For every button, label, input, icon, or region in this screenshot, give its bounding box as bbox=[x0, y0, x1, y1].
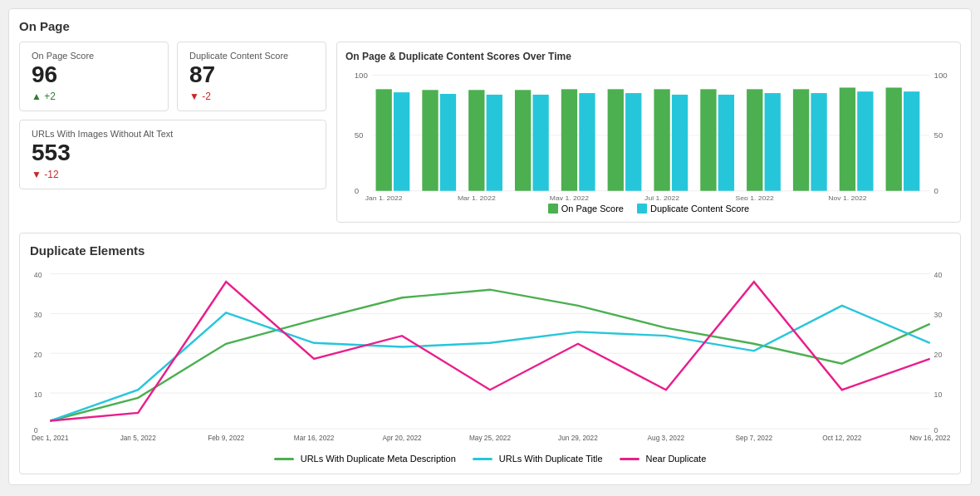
legend-dup-title: URLs With Duplicate Title bbox=[473, 454, 603, 464]
score-row-top: On Page Score 96 ▲ +2 Duplicate Content … bbox=[19, 42, 326, 111]
on-page-score-label: On Page Score bbox=[32, 51, 156, 61]
svg-text:0: 0 bbox=[934, 188, 938, 195]
svg-text:Jun 29, 2022: Jun 29, 2022 bbox=[558, 435, 598, 442]
svg-text:Jan 5, 2022: Jan 5, 2022 bbox=[120, 435, 157, 442]
svg-text:30: 30 bbox=[34, 311, 42, 319]
svg-rect-24 bbox=[718, 95, 734, 191]
svg-text:10: 10 bbox=[34, 390, 42, 399]
on-page-score-value: 96 bbox=[32, 62, 156, 88]
main-container: On Page On Page Score 96 ▲ +2 Duplicate … bbox=[8, 8, 972, 485]
svg-text:10: 10 bbox=[934, 390, 943, 399]
svg-rect-25 bbox=[747, 89, 762, 190]
svg-rect-13 bbox=[468, 90, 484, 190]
svg-rect-26 bbox=[765, 93, 781, 191]
bar-chart-container: On Page & Duplicate Content Scores Over … bbox=[336, 42, 961, 223]
svg-text:Sep 1, 2022: Sep 1, 2022 bbox=[736, 194, 775, 200]
svg-text:Oct 12, 2022: Oct 12, 2022 bbox=[822, 435, 862, 442]
svg-text:Aug 3, 2022: Aug 3, 2022 bbox=[648, 435, 685, 442]
svg-rect-19 bbox=[608, 89, 624, 190]
duplicate-score-change: ▼ -2 bbox=[189, 91, 314, 102]
line-chart-title: Duplicate Elements bbox=[30, 243, 950, 258]
legend-near-dup: Near Duplicate bbox=[620, 454, 707, 464]
svg-rect-10 bbox=[394, 92, 409, 191]
legend-duplicate: Duplicate Content Score bbox=[637, 204, 749, 214]
bottom-section: Duplicate Elements 40 30 20 10 0 40 30 2… bbox=[19, 233, 961, 474]
svg-rect-23 bbox=[700, 89, 716, 190]
legend-meta-desc: URLs With Duplicate Meta Description bbox=[274, 454, 456, 464]
svg-rect-27 bbox=[793, 89, 809, 190]
svg-rect-30 bbox=[857, 91, 873, 191]
svg-rect-16 bbox=[532, 95, 548, 191]
line-chart-legend: URLs With Duplicate Meta Description URL… bbox=[30, 454, 950, 464]
svg-text:0: 0 bbox=[934, 426, 938, 435]
legend-near-dup-label: Near Duplicate bbox=[646, 454, 707, 464]
svg-text:Feb 9, 2022: Feb 9, 2022 bbox=[208, 435, 244, 442]
svg-text:40: 40 bbox=[934, 271, 943, 279]
svg-text:Jan 1, 2022: Jan 1, 2022 bbox=[365, 194, 403, 200]
score-cards: On Page Score 96 ▲ +2 Duplicate Content … bbox=[19, 42, 326, 223]
legend-on-page: On Page Score bbox=[548, 204, 624, 214]
legend-near-dup-line bbox=[620, 458, 639, 460]
svg-text:40: 40 bbox=[34, 271, 42, 279]
on-page-score-change: ▲ +2 bbox=[32, 91, 156, 102]
urls-images-label: URLs With Images Without Alt Text bbox=[32, 129, 314, 139]
svg-text:20: 20 bbox=[934, 351, 943, 359]
svg-rect-21 bbox=[654, 89, 669, 190]
legend-dup-title-label: URLs With Duplicate Title bbox=[499, 454, 603, 464]
svg-text:Dec 1, 2021: Dec 1, 2021 bbox=[32, 435, 69, 442]
urls-images-change: ▼ -12 bbox=[32, 169, 314, 180]
svg-rect-31 bbox=[886, 87, 902, 190]
duplicate-score-label: Duplicate Content Score bbox=[189, 51, 314, 61]
legend-duplicate-label: Duplicate Content Score bbox=[650, 204, 749, 214]
bar-chart-area: 100 50 0 100 50 0 bbox=[345, 67, 952, 200]
top-section: On Page Score 96 ▲ +2 Duplicate Content … bbox=[19, 42, 961, 223]
page-title: On Page bbox=[19, 19, 961, 33]
bar-chart-legend: On Page Score Duplicate Content Score bbox=[345, 204, 952, 214]
up-arrow-icon: ▲ bbox=[32, 91, 42, 102]
urls-images-card: URLs With Images Without Alt Text 553 ▼ … bbox=[19, 120, 326, 189]
legend-dup-title-line bbox=[473, 458, 492, 460]
svg-text:50: 50 bbox=[934, 131, 943, 139]
svg-text:Jul 1, 2022: Jul 1, 2022 bbox=[644, 194, 679, 200]
svg-rect-28 bbox=[811, 93, 826, 191]
svg-text:100: 100 bbox=[355, 72, 368, 80]
svg-rect-18 bbox=[579, 93, 595, 191]
svg-rect-11 bbox=[422, 90, 438, 190]
legend-meta-desc-line bbox=[274, 458, 294, 460]
legend-meta-desc-label: URLs With Duplicate Meta Description bbox=[301, 454, 456, 464]
legend-on-page-label: On Page Score bbox=[561, 204, 624, 214]
svg-text:0: 0 bbox=[34, 426, 38, 435]
svg-rect-29 bbox=[840, 87, 855, 190]
legend-on-page-dot bbox=[548, 204, 558, 214]
svg-rect-20 bbox=[625, 93, 641, 191]
svg-text:Nov 16, 2022: Nov 16, 2022 bbox=[909, 435, 950, 442]
svg-rect-32 bbox=[904, 91, 919, 191]
on-page-score-card: On Page Score 96 ▲ +2 bbox=[19, 42, 169, 111]
svg-text:Apr 20, 2022: Apr 20, 2022 bbox=[382, 435, 422, 442]
svg-rect-12 bbox=[440, 94, 456, 191]
svg-text:Mar 1, 2022: Mar 1, 2022 bbox=[458, 194, 496, 200]
bar-chart-title: On Page & Duplicate Content Scores Over … bbox=[345, 51, 952, 62]
line-chart-area: 40 30 20 10 0 40 30 20 10 0 bbox=[30, 266, 950, 449]
duplicate-score-card: Duplicate Content Score 87 ▼ -2 bbox=[177, 42, 326, 111]
svg-rect-14 bbox=[487, 95, 502, 191]
svg-text:Mar 16, 2022: Mar 16, 2022 bbox=[294, 435, 335, 442]
urls-images-value: 553 bbox=[32, 140, 314, 166]
svg-text:20: 20 bbox=[34, 351, 42, 359]
line-chart-svg: 40 30 20 10 0 40 30 20 10 0 bbox=[30, 266, 950, 449]
svg-text:May 1, 2022: May 1, 2022 bbox=[550, 194, 590, 200]
svg-text:Nov 1, 2022: Nov 1, 2022 bbox=[828, 194, 867, 200]
svg-text:30: 30 bbox=[934, 311, 943, 319]
svg-text:100: 100 bbox=[934, 72, 948, 80]
svg-rect-22 bbox=[672, 95, 688, 191]
svg-text:50: 50 bbox=[355, 131, 364, 139]
bar-chart-svg: 100 50 0 100 50 0 bbox=[345, 67, 952, 200]
svg-text:May 25, 2022: May 25, 2022 bbox=[469, 435, 511, 442]
svg-rect-15 bbox=[515, 90, 531, 190]
svg-rect-17 bbox=[561, 89, 577, 190]
down-arrow-icon: ▼ bbox=[189, 91, 199, 102]
legend-duplicate-dot bbox=[637, 204, 647, 214]
duplicate-score-value: 87 bbox=[189, 62, 314, 88]
down-arrow-icon-2: ▼ bbox=[32, 169, 42, 180]
svg-rect-9 bbox=[376, 89, 392, 190]
